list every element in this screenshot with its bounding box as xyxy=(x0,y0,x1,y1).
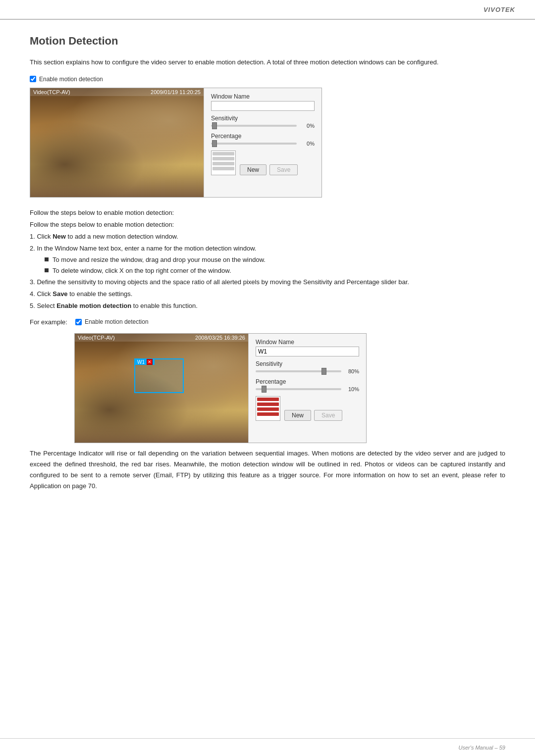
sensitivity-label-2: Sensitivity xyxy=(256,360,359,367)
steps-intro-2: Follow the steps below to enable motion … xyxy=(30,219,505,230)
step-4-num: 4. Click xyxy=(30,290,53,298)
w1-close-button[interactable]: ✕ xyxy=(147,359,153,365)
sensitivity-slider-row-2: 80% xyxy=(256,368,359,374)
bottom-text: The Percentage Indicator will rise or fa… xyxy=(30,448,505,492)
list-line-r1 xyxy=(257,398,279,401)
step-2-sub-1: To move and resize the window, drag and … xyxy=(30,255,505,265)
steps-section: Follow the steps below to enable motion … xyxy=(30,207,505,311)
new-button-2[interactable]: New xyxy=(284,410,311,421)
step-1-num: 1. Click xyxy=(30,233,53,240)
save-button-2[interactable]: Save xyxy=(314,410,342,421)
window-name-label-1: Window Name xyxy=(211,93,315,100)
w1-text: W1 xyxy=(137,359,145,365)
enable-motion-checkbox-1[interactable] xyxy=(30,76,36,82)
sensitivity-slider-row-1: 0% xyxy=(211,123,315,129)
window-name-group-1: Window Name xyxy=(211,93,315,111)
sensitivity-value-2: 80% xyxy=(345,368,359,374)
video-area-1: Video(TCP-AV) 2009/01/19 11:20:25 xyxy=(30,88,204,197)
video-titlebar-1: Video(TCP-AV) 2009/01/19 11:20:25 xyxy=(30,88,204,96)
percentage-thumb-1[interactable] xyxy=(212,140,217,147)
list-line-3 xyxy=(213,162,234,165)
video-timestamp-1: 2009/01/19 11:20:25 xyxy=(151,89,201,95)
list-line-4 xyxy=(213,167,234,170)
step-5: 5. Select Enable motion detection to ena… xyxy=(30,301,505,311)
list-line-2 xyxy=(213,157,234,160)
steps-intro-1: Follow the steps below to enable motion … xyxy=(30,207,505,218)
save-button-1[interactable]: Save xyxy=(269,164,298,175)
percentage-label-1: Percentage xyxy=(211,133,315,140)
step-4-bold: Save xyxy=(53,290,67,298)
list-box-2 xyxy=(256,396,280,421)
percentage-thumb-2[interactable] xyxy=(262,386,267,393)
percentage-track-2[interactable] xyxy=(256,388,341,390)
bottom-controls-1: New Save xyxy=(211,151,315,175)
buttons-row-1: New Save xyxy=(240,164,298,175)
video-label-1: Video(TCP-AV) xyxy=(33,89,70,95)
step-5-rest: to enable this function. xyxy=(131,302,198,309)
list-line-r2 xyxy=(257,403,279,406)
brand-name: VIVOTEK xyxy=(483,6,515,13)
list-line-r4 xyxy=(257,412,279,416)
bullet-1 xyxy=(45,257,49,261)
step-4: 4. Click Save to enable the settings. xyxy=(30,289,505,300)
percentage-slider-row-2: 10% xyxy=(256,386,359,392)
list-box-lines-2 xyxy=(256,397,280,418)
list-line-r3 xyxy=(257,407,279,411)
page-title: Motion Detection xyxy=(30,35,505,48)
video-image-1 xyxy=(30,88,204,197)
step-1-rest: to add a new motion detection window. xyxy=(66,233,178,240)
footer-text: User's Manual – 59 xyxy=(459,745,505,751)
bullet-2 xyxy=(45,268,49,272)
sensitivity-track-1[interactable] xyxy=(211,125,297,127)
window-name-input-2[interactable] xyxy=(256,347,359,356)
percentage-slider-row-1: 0% xyxy=(211,141,315,147)
sensitivity-thumb-1[interactable] xyxy=(212,122,217,129)
step-5-num: 5. Select xyxy=(30,302,56,309)
sensitivity-track-2[interactable] xyxy=(256,370,341,372)
intro-text: This section explains how to configure t… xyxy=(30,57,505,68)
controls-area-1: Window Name Sensitivity 0% Percentage xyxy=(204,88,321,197)
w1-selection-box: W1 ✕ xyxy=(134,358,184,393)
example-row: For example: Enable motion detection xyxy=(30,318,505,330)
buttons-row-2: New Save xyxy=(284,410,342,421)
sensitivity-group-2: Sensitivity 80% xyxy=(256,360,359,374)
video-area-2: W1 ✕ Video(TCP-AV) 2008/03/25 16:39:26 xyxy=(75,334,248,443)
percentage-track-1[interactable] xyxy=(211,143,297,145)
percentage-group-1: Percentage 0% xyxy=(211,133,315,147)
sub-1-text: To move and resize the window, drag and … xyxy=(53,255,266,265)
video-image-inner-1 xyxy=(30,88,204,197)
list-box-1 xyxy=(211,151,236,175)
step-2: 2. In the Window Name text box, enter a … xyxy=(30,243,505,254)
content: Motion Detection This section explains h… xyxy=(0,20,535,531)
window-name-input-1[interactable] xyxy=(211,101,315,111)
w1-label: W1 ✕ xyxy=(135,359,155,365)
enable-checkbox-row-1: Enable motion detection xyxy=(30,76,505,83)
enable-checkbox-row-2: Enable motion detection xyxy=(75,318,149,325)
sensitivity-thumb-2[interactable] xyxy=(321,368,326,375)
enable-label-2: Enable motion detection xyxy=(85,318,149,325)
window-name-group-2: Window Name xyxy=(256,339,359,356)
percentage-value-2: 10% xyxy=(345,386,359,392)
example-label: For example: xyxy=(30,318,67,326)
list-box-lines-1 xyxy=(212,151,235,173)
example-panel: W1 ✕ Video(TCP-AV) 2008/03/25 16:39:26 W… xyxy=(74,333,367,443)
footer-bar: User's Manual – 59 xyxy=(0,738,535,756)
step-2-text: 2. In the Window Name text box, enter a … xyxy=(30,245,256,252)
step-3-text: 3. Define the sensitivity to moving obje… xyxy=(30,278,409,286)
step-2-sub-2: To delete window, click X on the top rig… xyxy=(30,266,505,276)
step-3: 3. Define the sensitivity to moving obje… xyxy=(30,277,505,288)
new-button-1[interactable]: New xyxy=(240,164,267,175)
percentage-label-2: Percentage xyxy=(256,378,359,385)
step-1-bold: New xyxy=(53,233,66,240)
enable-label-1: Enable motion detection xyxy=(39,76,103,83)
controls-area-2: Window Name Sensitivity 80% Percentage xyxy=(248,334,366,443)
list-line-1 xyxy=(213,152,234,155)
step-5-bold: Enable motion detection xyxy=(56,302,131,309)
step-1: 1. Click New to add a new motion detecti… xyxy=(30,231,505,242)
enable-motion-checkbox-2[interactable] xyxy=(75,319,82,325)
sub-2-text: To delete window, click X on the top rig… xyxy=(53,266,231,276)
sensitivity-group-1: Sensitivity 0% xyxy=(211,115,315,129)
window-name-label-2: Window Name xyxy=(256,339,359,346)
video-titlebar-2: Video(TCP-AV) 2008/03/25 16:39:26 xyxy=(75,334,248,342)
page: VIVOTEK Motion Detection This section ex… xyxy=(0,0,535,756)
